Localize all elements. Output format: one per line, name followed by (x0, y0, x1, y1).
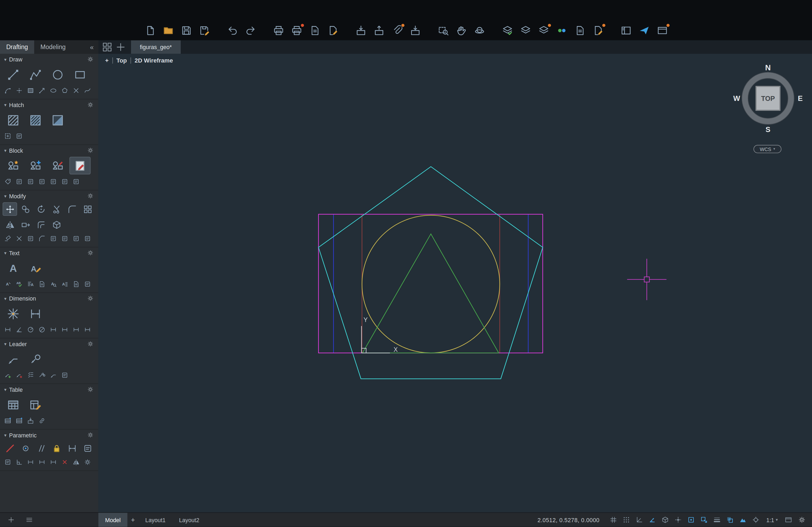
coincident-constraint-icon[interactable] (18, 441, 32, 455)
chevron-down-icon[interactable]: ▾ (4, 57, 6, 62)
export-layout-icon[interactable] (409, 25, 421, 37)
table-icon[interactable] (3, 396, 24, 413)
panel-settings-icon[interactable] (86, 249, 94, 257)
color-settings-icon[interactable] (555, 25, 568, 37)
yellow-circle[interactable] (362, 215, 500, 353)
offset-icon[interactable] (33, 218, 48, 231)
snap-mode-icon[interactable] (621, 515, 631, 525)
auto-constrain-icon[interactable] (3, 457, 13, 467)
section-header-modify[interactable]: ▾Modify (0, 191, 98, 201)
share-drawing-icon[interactable] (638, 25, 650, 37)
dim-baseline-icon[interactable] (48, 325, 59, 334)
insert-from-file-icon[interactable] (354, 25, 367, 37)
rotate-icon[interactable] (33, 202, 48, 216)
join-icon[interactable] (25, 234, 36, 243)
measure-icon[interactable] (71, 234, 81, 243)
collect-leaders-icon[interactable] (37, 370, 47, 380)
leader-landing-icon[interactable] (48, 370, 59, 380)
find-text-icon[interactable]: A (48, 279, 59, 289)
view-cube-south[interactable]: S (766, 125, 770, 134)
align-icon[interactable] (60, 234, 70, 243)
tab-drafting[interactable]: Drafting (0, 40, 34, 54)
set-base-point-icon[interactable] (60, 177, 70, 186)
multileader-icon[interactable] (3, 350, 24, 368)
annotation-scale-button[interactable]: 1:1 ▾ (766, 517, 778, 523)
chamfer-icon[interactable] (37, 234, 47, 243)
zoom-window-icon[interactable] (437, 25, 449, 37)
view-cube-west[interactable]: W (733, 94, 740, 103)
point-icon[interactable] (14, 85, 25, 95)
section-header-dimension[interactable]: ▾Dimension (0, 293, 98, 304)
copy-icon[interactable] (18, 202, 32, 216)
lineweight-icon[interactable] (712, 515, 722, 525)
solid-box-icon[interactable] (49, 218, 64, 231)
panel-settings-icon[interactable] (86, 147, 94, 154)
green-triangle[interactable] (362, 234, 499, 353)
undo-icon[interactable] (226, 25, 238, 37)
erase-icon[interactable] (3, 234, 13, 243)
ellipse-icon[interactable] (48, 85, 59, 95)
export-table-icon[interactable] (25, 416, 36, 425)
object-snap-icon[interactable] (686, 515, 696, 525)
tabs-overview-icon[interactable] (101, 41, 113, 53)
page-setup-icon[interactable] (308, 25, 321, 37)
array-icon[interactable] (80, 202, 95, 216)
model-space-viewport[interactable]: YX + Top 2D Wireframe TOP N S W E (98, 54, 812, 512)
hatch-pattern-icon[interactable] (3, 111, 24, 129)
hatch-gradient-icon[interactable] (47, 111, 68, 129)
pan-icon[interactable] (455, 25, 467, 37)
insert-block-icon[interactable] (3, 157, 24, 175)
grid-display-icon[interactable] (608, 515, 618, 525)
fillet-icon[interactable] (65, 202, 79, 216)
block-editor-icon[interactable] (69, 157, 90, 175)
delete-row-icon[interactable] (14, 416, 25, 425)
isometric-drafting-icon[interactable] (660, 515, 670, 525)
panel-settings-icon[interactable] (86, 192, 94, 200)
hatch-edit-icon[interactable] (14, 131, 25, 141)
section-header-draw[interactable]: ▾Draw (0, 54, 98, 65)
view-cube-north[interactable]: N (765, 63, 771, 72)
clean-screen-icon[interactable] (784, 515, 794, 525)
text-icon[interactable]: A (25, 259, 46, 277)
linear-constraint-icon[interactable] (65, 441, 79, 455)
model-space-canvas[interactable]: YX (98, 54, 812, 512)
print-icon[interactable] (272, 25, 284, 37)
save-as-icon[interactable] (198, 25, 211, 37)
chevron-down-icon[interactable]: ▾ (4, 341, 6, 346)
attribute-extract-icon[interactable] (71, 177, 81, 186)
constraint-settings-icon[interactable] (83, 457, 93, 467)
boundary-icon[interactable] (3, 131, 13, 141)
explode-icon[interactable] (14, 234, 25, 243)
insert-row-icon[interactable] (3, 416, 13, 425)
ray-icon[interactable] (37, 85, 47, 95)
view-cube-east[interactable]: E (798, 94, 802, 103)
view-cube[interactable]: TOP N S W E (735, 65, 802, 132)
justify-text-icon[interactable]: A (60, 279, 70, 289)
spell-check-icon[interactable]: AB (14, 279, 25, 289)
tab-modeling[interactable]: Modeling (34, 40, 72, 54)
section-header-table[interactable]: ▾Table (0, 384, 98, 395)
magenta-rectangle[interactable] (318, 214, 543, 353)
break-icon[interactable] (48, 234, 59, 243)
gradient-icon[interactable] (25, 85, 36, 95)
vertical-constraint-icon[interactable] (37, 457, 47, 467)
ortho-mode-icon[interactable] (634, 515, 644, 525)
circle-icon[interactable] (47, 66, 68, 84)
region-icon[interactable] (71, 85, 81, 95)
manage-attributes-icon[interactable] (14, 177, 25, 186)
viewport-visual-style-button[interactable]: 2D Wireframe (134, 57, 173, 64)
layer-new-icon[interactable] (537, 25, 550, 37)
dim-adjust-icon[interactable] (83, 325, 93, 334)
export-pdf-icon[interactable] (71, 279, 81, 289)
remove-leader-icon[interactable] (14, 370, 25, 380)
drawing-window-icon[interactable] (656, 25, 668, 37)
divide-icon[interactable] (83, 234, 93, 243)
align-leaders-icon[interactable] (25, 370, 36, 380)
polygon-icon[interactable] (60, 85, 70, 95)
create-block-icon[interactable] (25, 157, 46, 175)
symmetric-constraint-icon[interactable] (71, 457, 81, 467)
trim-icon[interactable] (49, 202, 64, 216)
selection-cycling-icon[interactable] (699, 515, 709, 525)
horizontal-constraint-icon[interactable] (25, 457, 36, 467)
delete-constraints-icon[interactable] (60, 457, 70, 467)
